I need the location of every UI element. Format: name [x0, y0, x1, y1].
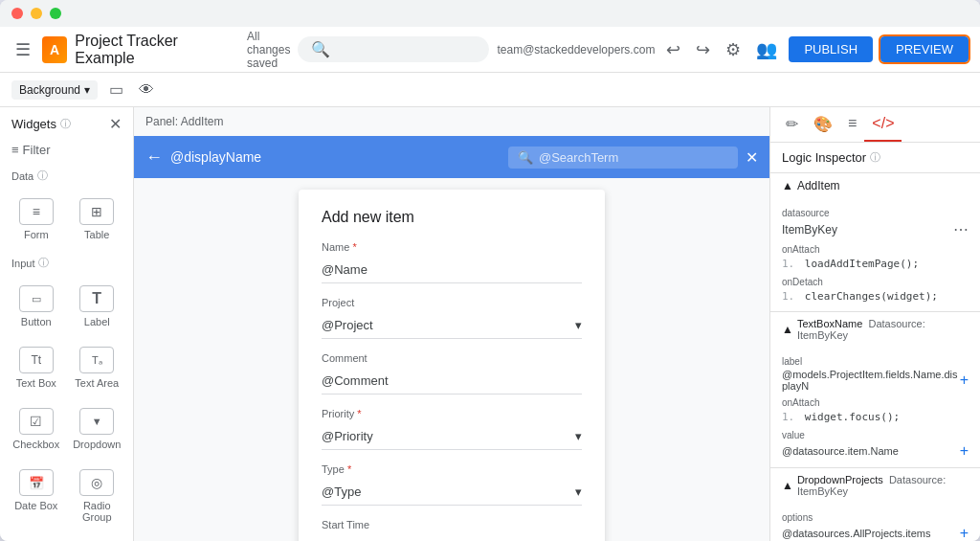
form-title: Add new item — [322, 209, 582, 226]
dropdownprojects-section-header[interactable]: ▲ DropdownProjects Datasource: ItemByKey — [770, 468, 980, 503]
publish-button[interactable]: PUBLISH — [789, 36, 873, 62]
widgets-header: Widgets ⓘ ✕ — [0, 107, 133, 141]
priority-select[interactable]: @Priority ▾ — [322, 423, 582, 450]
ddp-options-label: options — [782, 512, 969, 523]
undo-icon[interactable]: ↩ — [662, 35, 684, 64]
dropdownprojects-section: ▲ DropdownProjects Datasource: ItemByKey… — [770, 468, 980, 541]
widget-section-data: Data ⓘ — [0, 165, 133, 187]
auto-save-status: All changes saved — [247, 30, 290, 70]
widgets-close-icon[interactable]: ✕ — [109, 115, 122, 133]
widget-textarea[interactable]: Tₐ Text Area — [69, 339, 126, 396]
comment-field: Comment — [322, 352, 582, 394]
ddp-options-row: @datasources.AllProjects.items + — [782, 525, 969, 541]
widget-button[interactable]: ▭ Button — [8, 278, 65, 335]
display-name-label: @displayName — [170, 149, 501, 165]
tbn-onattach-code: 1. widget.focus(); — [782, 410, 969, 424]
toolbar: Background ▾ ▭ 👁 — [0, 73, 980, 107]
search-icon: 🔍 — [311, 40, 330, 58]
datebox-widget-label: Date Box — [14, 500, 57, 511]
datasource-dots-icon[interactable]: ⋯ — [953, 220, 969, 238]
tab-theme[interactable]: 🎨 — [806, 107, 840, 142]
textboxname-section-header[interactable]: ▲ TextBoxName Datasource: ItemByKey — [770, 312, 980, 347]
tbn-value-plus-icon[interactable]: + — [960, 442, 969, 460]
starttime-select[interactable]: No selection ▾ — [322, 534, 582, 541]
widget-checkbox[interactable]: ☑ Checkbox — [8, 400, 65, 458]
header-right: team@stackeddevelopers.com ↩ ↪ ⚙ 👥 PUBLI… — [497, 35, 969, 64]
close-button[interactable] — [11, 8, 23, 19]
form-card: Add new item Name * Project @Project ▾ — [299, 190, 605, 541]
header-search-bar[interactable]: 🔍 @SearchTerm — [508, 147, 738, 169]
dropdown-arrow-icon: ▾ — [84, 83, 90, 97]
widget-textbox[interactable]: Tt Text Box — [8, 339, 65, 396]
project-select[interactable]: @Project ▾ — [322, 312, 582, 339]
widget-table[interactable]: ⊞ Table — [69, 191, 126, 248]
background-selector[interactable]: Background ▾ — [11, 80, 98, 100]
background-label: Background — [19, 83, 80, 97]
tbn-value-row: @datasource.item.Name + — [782, 442, 969, 460]
logic-inspector-label: Logic Inspector — [782, 150, 866, 165]
widget-form[interactable]: ≡ Form — [8, 191, 65, 248]
search-bar[interactable]: 🔍 — [298, 36, 489, 62]
dropdown-widget-icon: ▼ — [79, 408, 114, 435]
textarea-widget-label: Text Area — [75, 377, 119, 389]
desktop-view-icon[interactable]: ▭ — [105, 79, 127, 101]
tab-data[interactable]: ≡ — [840, 107, 864, 142]
project-dropdown-icon: ▾ — [575, 318, 582, 332]
header-close-icon[interactable]: ✕ — [746, 148, 758, 167]
ondetach-label: onDetach — [782, 277, 969, 287]
filter-icon: ≡ — [11, 143, 19, 157]
widget-dropdown[interactable]: ▼ Dropdown — [69, 400, 126, 458]
widget-radiogroup[interactable]: ◎ Radio Group — [69, 462, 126, 530]
data-widgets-grid: ≡ Form ⊞ Table — [0, 187, 133, 252]
type-value: @Type — [322, 485, 361, 499]
logic-panel-tabs: ✏ 🎨 ≡ </> — [770, 107, 980, 143]
additem-section-header[interactable]: ▲ AddItem — [770, 173, 980, 198]
minimize-button[interactable] — [31, 8, 42, 19]
button-widget-label: Button — [21, 316, 52, 327]
tbn-label-plus-icon[interactable]: + — [960, 372, 969, 389]
radiogroup-widget-icon: ◎ — [79, 469, 114, 496]
textboxname-section-content: label @models.ProjectItem.fields.Name.di… — [770, 347, 980, 467]
preview-button[interactable]: PREVIEW — [880, 36, 969, 62]
additem-section-content: datasource ItemByKey ⋯ onAttach 1. loadA… — [770, 198, 980, 311]
menu-icon[interactable]: ☰ — [11, 35, 34, 64]
input-info-icon: ⓘ — [38, 256, 49, 270]
data-section-label: Data — [11, 170, 33, 182]
name-input[interactable] — [322, 257, 582, 283]
settings-icon[interactable]: ⚙ — [722, 35, 745, 64]
filter-row[interactable]: ≡ Filter — [0, 141, 133, 165]
title-bar — [0, 0, 980, 27]
type-select[interactable]: @Type ▾ — [322, 479, 582, 506]
panel-label: Panel: AddItem — [145, 115, 223, 128]
project-label: Project — [322, 297, 582, 308]
users-icon[interactable]: 👥 — [752, 35, 781, 64]
comment-input[interactable] — [322, 368, 582, 394]
form-widget-label: Form — [24, 229, 49, 240]
tab-edit[interactable]: ✏ — [778, 107, 806, 142]
starttime-label: Start Time — [322, 519, 582, 530]
widgets-panel: Widgets ⓘ ✕ ≡ Filter Data ⓘ ≡ Form — [0, 107, 134, 541]
ddp-options-plus-icon[interactable]: + — [960, 525, 969, 541]
search-term-label: @SearchTerm — [539, 150, 728, 165]
visibility-icon[interactable]: 👁 — [135, 79, 158, 101]
back-arrow-icon[interactable]: ← — [145, 147, 163, 168]
additem-chevron-icon: ▲ — [782, 179, 793, 192]
textarea-widget-icon: Tₐ — [79, 347, 114, 373]
tab-logic[interactable]: </> — [864, 107, 902, 142]
user-email: team@stackeddevelopers.com — [497, 43, 655, 56]
dropdownprojects-section-content: options @datasources.AllProjects.items +… — [770, 503, 980, 541]
starttime-field: Start Time No selection ▾ — [322, 519, 582, 541]
maximize-button[interactable] — [50, 8, 61, 19]
widget-label[interactable]: T Label — [69, 278, 126, 335]
logic-panel: ✏ 🎨 ≡ </> Logic Inspector ⓘ ▲ AddItem da… — [769, 107, 980, 541]
type-dropdown-icon: ▾ — [575, 485, 582, 499]
ddp-label: DropdownProjects Datasource: ItemByKey — [797, 474, 969, 497]
datasource-value: ItemByKey — [782, 223, 837, 237]
widget-datebox[interactable]: 📅 Date Box — [8, 462, 65, 530]
comment-label: Comment — [322, 352, 582, 364]
widget-slider[interactable]: ⊣⊢ Slider — [69, 534, 126, 541]
app-header: ☰ A Project Tracker Example All changes … — [0, 27, 980, 73]
tbn-value-value: @datasource.item.Name — [782, 445, 899, 457]
widget-starrating[interactable]: ★ Star Rating — [8, 534, 65, 541]
redo-icon[interactable]: ↪ — [692, 35, 714, 64]
